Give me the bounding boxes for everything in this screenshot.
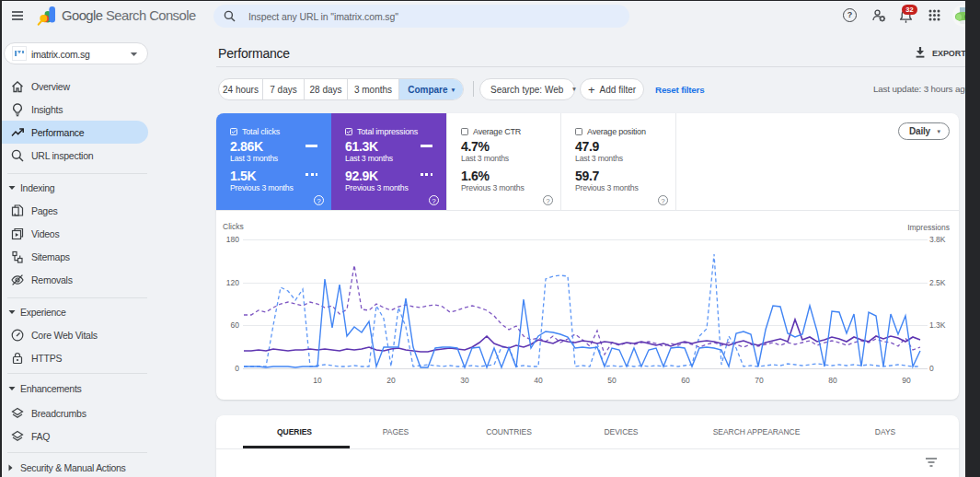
svg-text:10: 10 [313,376,322,385]
svg-text:120: 120 [226,278,239,287]
svg-text:40: 40 [534,376,543,385]
svg-text:80: 80 [828,376,837,385]
svg-text:60: 60 [681,376,690,385]
svg-text:60: 60 [231,320,240,330]
svg-text:50: 50 [607,376,617,385]
svg-text:0: 0 [929,364,934,373]
svg-text:2.5K: 2.5K [929,278,946,287]
svg-text:30: 30 [460,376,469,385]
svg-text:70: 70 [755,376,764,385]
svg-text:Impressions: Impressions [907,223,950,232]
svg-text:1.3K: 1.3K [929,320,946,330]
svg-text:20: 20 [386,376,396,385]
svg-text:0: 0 [235,364,239,373]
svg-text:Clicks: Clicks [223,222,244,231]
svg-text:180: 180 [226,235,239,244]
svg-text:90: 90 [902,376,911,385]
svg-text:3.8K: 3.8K [929,235,946,244]
